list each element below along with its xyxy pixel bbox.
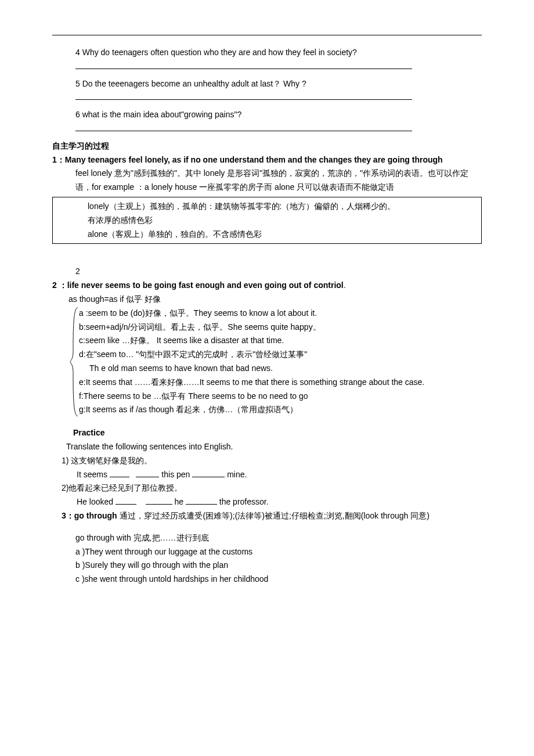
- seem-d-example: Th e old man seems to have known that ba…: [79, 362, 482, 376]
- box-line2: 有浓厚的感情色彩: [53, 214, 481, 228]
- blank-field[interactable]: [136, 469, 159, 477]
- blank-field[interactable]: [146, 497, 172, 505]
- question-6: 6 what is the main idea about"growing pa…: [52, 108, 482, 122]
- box-line3: alone（客观上）单独的，独自的。不含感情色彩: [53, 228, 481, 242]
- point3-title-row: 3：go through 通过，穿过;经历或遭受(困难等);(法律等)被通过;仔…: [52, 509, 482, 523]
- point3-sub: go through with 完成,把……进行到底: [52, 531, 482, 545]
- point3-c: c )she went through untold hardships in …: [52, 573, 482, 586]
- top-rule: [52, 35, 482, 35]
- blank-field[interactable]: [192, 469, 225, 477]
- point2-title-row: 2 ：life never seems to be going fast eno…: [52, 279, 482, 293]
- answer-line-6: [52, 122, 482, 136]
- point1-title: 1：Many teenagers feel lonely, as if no o…: [52, 153, 482, 167]
- seem-usage-group: a :seem to be (do)好像，似乎。They seems to kn…: [70, 307, 482, 417]
- practice-1-zh: 1) 这支钢笔好像是我的。: [52, 454, 482, 468]
- point1-para1: feel lonely 意为"感到孤独的"。其中 lonely 是形容词"孤独的…: [52, 167, 482, 195]
- seem-e: e:It seems that ……看来好像……It seems to me t…: [52, 376, 482, 390]
- seem-c: c:seem like …好像。 It seems like a disaste…: [79, 334, 482, 348]
- box-line1: lonely（主观上）孤独的，孤单的：建筑物等孤零零的:（地方）偏僻的，人烟稀少…: [53, 200, 481, 214]
- lonely-alone-box: lonely（主观上）孤独的，孤单的：建筑物等孤零零的:（地方）偏僻的，人烟稀少…: [52, 197, 482, 244]
- practice-heading: Practice: [52, 426, 482, 440]
- seem-a: a :seem to be (do)好像，似乎。They seems to kn…: [79, 307, 482, 321]
- section-heading: 自主学习的过程: [52, 139, 482, 153]
- practice-1-en: It seems this pen mine.: [52, 468, 482, 482]
- as-though-line: as though=as if 似乎 好像: [52, 293, 482, 307]
- blank-field[interactable]: [110, 469, 129, 477]
- practice-2-zh: 2)他看起来已经见到了那位教授。: [52, 481, 482, 495]
- question-5: 5 Do the teeenagers become an unhealthy …: [52, 77, 482, 91]
- practice-2-en: He looked he the professor.: [52, 495, 482, 509]
- seem-d: d:在"seem to… "句型中跟不定式的完成时，表示"曾经做过某事": [79, 348, 482, 362]
- question-4: 4 Why do teenagers often question who th…: [52, 46, 482, 60]
- point3-title: 3：go through 通过，穿过;经历或遭受(困难等);(法律等)被通过;仔…: [62, 511, 430, 520]
- point3-a: a )They went through our luggage at the …: [52, 545, 482, 559]
- left-brace-icon: [70, 307, 79, 417]
- point1-end-marker: 2: [52, 265, 482, 279]
- answer-line-4: [52, 60, 482, 74]
- seem-f: f:There seems to be …似乎有 There seems to …: [79, 390, 482, 404]
- answer-line-5: [52, 91, 482, 105]
- point3-b: b )Surely they will go through with the …: [52, 559, 482, 573]
- blank-field[interactable]: [116, 497, 136, 505]
- point2-title: 2 ：life never seems to be going fast eno…: [52, 280, 344, 290]
- seem-b: b:seem+adj/n/分词词组。看上去，似乎。She seems quite…: [79, 321, 482, 334]
- seem-g: g:It seems as if /as though 看起来，仿佛…（常用虚拟…: [79, 403, 482, 417]
- blank-field[interactable]: [186, 497, 217, 505]
- practice-instruction: Translate the following sentences into E…: [52, 440, 482, 454]
